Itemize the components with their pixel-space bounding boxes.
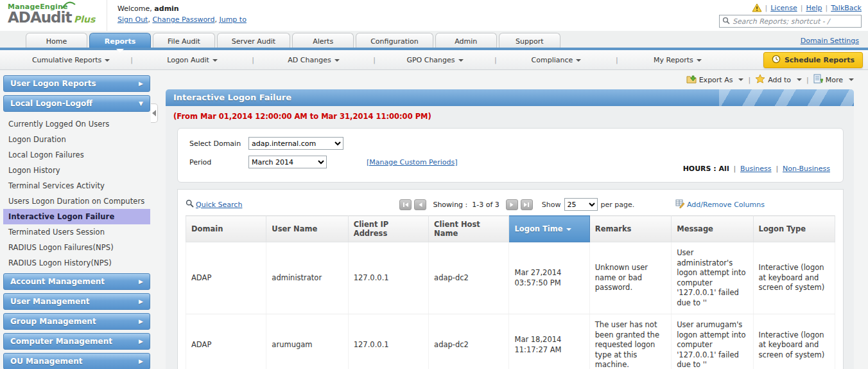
column-header-logon-time[interactable]: Logon Time — [509, 216, 589, 242]
sidebar-item-local-logon-failures[interactable]: Local Logon Failures — [3, 147, 150, 163]
tab-home[interactable]: Home — [26, 33, 87, 48]
sidebar-item-terminated-users-session[interactable]: Terminated Users Session — [3, 224, 150, 240]
separator: | — [806, 76, 809, 84]
subnav-gpo-changes[interactable]: GPO Changes — [376, 56, 494, 64]
jump-to-link[interactable]: Jump to — [219, 15, 246, 24]
welcome-label: Welcome, — [117, 4, 152, 13]
column-header-client-host-name[interactable]: Client Host Name — [429, 216, 509, 242]
first-page-button[interactable] — [399, 199, 412, 210]
sidebar-item-currently-logged-on-users[interactable]: Currently Logged On Users — [3, 116, 150, 132]
change-password-link[interactable]: Change Password — [152, 15, 214, 24]
column-header-client-ip-address[interactable]: Client IP Address — [348, 216, 428, 242]
chevron-down-icon — [334, 59, 340, 62]
subnav-cumulative-reports[interactable]: Cumulative Reports — [12, 56, 130, 64]
period-select[interactable]: March 2014 — [248, 156, 327, 168]
chevron-down-icon — [576, 59, 581, 62]
separator: | — [774, 165, 780, 173]
sidebar-item-logon-duration[interactable]: Logon Duration — [3, 132, 150, 147]
manage-custom-periods-link[interactable]: [Manage Custom Periods] — [367, 158, 457, 166]
tab-configuration[interactable]: Configuration — [356, 33, 433, 48]
sidebar-item-logon-history[interactable]: Logon History — [3, 163, 150, 178]
export-as-button[interactable]: Export As — [686, 74, 744, 86]
search-input[interactable] — [733, 17, 858, 26]
tab-server-audit[interactable]: Server Audit — [217, 33, 290, 48]
schedule-reports-button[interactable]: Schedule Reports — [763, 52, 863, 68]
domain-select[interactable]: adap.internal.com — [248, 137, 343, 150]
column-header-domain[interactable]: Domain — [186, 216, 266, 242]
sidebar-section-local-logon-logoff[interactable]: Local Logon-Logoff ▼ — [3, 95, 150, 112]
separator: , — [214, 15, 217, 24]
sidebar-section-user-management[interactable]: User Management ▶ — [3, 293, 150, 310]
clock-icon — [772, 55, 781, 66]
sidebar-section-ou-management[interactable]: OU Management ▶ — [3, 353, 150, 369]
sidebar-section-account-management[interactable]: Account Management ▶ — [3, 273, 150, 290]
section-label: Group Management — [10, 317, 96, 326]
export-as-label: Export As — [699, 76, 733, 84]
license-link[interactable]: License — [770, 4, 797, 12]
sidebar-item-users-logon-duration-on-computers[interactable]: Users Logon Duration on Computers — [3, 194, 150, 209]
subnav-logon-audit[interactable]: Logon Audit — [133, 56, 252, 64]
subnav-compliance[interactable]: Compliance — [497, 56, 616, 64]
hours-all-option[interactable]: All — [719, 165, 729, 173]
tab-label: Reports — [105, 37, 136, 46]
chevron-down-icon — [213, 59, 218, 62]
column-header-remarks[interactable]: Remarks — [589, 216, 671, 242]
subnav-ad-changes[interactable]: AD Changes — [254, 56, 373, 64]
more-button[interactable]: More — [813, 74, 854, 86]
sidebar-section-user-logon-reports[interactable]: User Logon Reports ▶ — [3, 75, 150, 92]
page-size-select[interactable]: 25 — [564, 198, 598, 211]
add-remove-columns-button[interactable]: Add/Remove Columns — [675, 199, 765, 210]
tab-admin[interactable]: Admin — [435, 33, 497, 48]
cell-remarks: Unknown user name or bad password. — [589, 242, 671, 314]
adaudit-plus-app: ManageEngine ADAudit Plus Welcome, admin… — [0, 0, 868, 369]
cell-user-name: administrator — [266, 242, 348, 314]
tab-file-audit[interactable]: File Audit — [153, 33, 215, 48]
session-links: Sign Out, Change Password, Jump to — [117, 15, 247, 24]
column-header-logon-type[interactable]: Logon Type — [753, 216, 835, 242]
quick-search-button[interactable]: Quick Search — [186, 199, 242, 210]
chevron-right-icon: ▶ — [139, 298, 143, 305]
warning-icon[interactable] — [752, 3, 762, 12]
sidebar-item-interactive-logon-failure[interactable]: Interactive Logon Failure — [3, 209, 150, 224]
hours-business-link[interactable]: Business — [740, 165, 772, 173]
separator: , — [148, 15, 150, 24]
subnav-my-reports[interactable]: My Reports — [618, 56, 737, 64]
previous-page-button[interactable] — [414, 199, 426, 210]
talkback-link[interactable]: TalkBack — [831, 4, 862, 12]
manageengine-adaudit-logo: ManageEngine ADAudit Plus — [0, 0, 101, 31]
cell-client-ip: 127.0.0.1 — [348, 314, 428, 369]
section-label: Account Management — [10, 277, 105, 286]
period-label: Period — [189, 158, 248, 166]
report-table-panel: Quick Search Showing : 1-3 of 3 — [177, 189, 844, 369]
chevron-right-icon: ▶ — [139, 338, 143, 345]
page-size-control: Show 25 per page. — [542, 198, 634, 211]
add-to-button[interactable]: Add to — [755, 74, 802, 86]
separator: | — [732, 165, 738, 173]
tab-reports[interactable]: Reports — [89, 33, 151, 48]
column-header-user-name[interactable]: User Name — [266, 216, 348, 242]
export-icon — [686, 74, 697, 86]
chevron-down-icon: ▼ — [139, 100, 143, 107]
chevron-down-icon — [797, 78, 802, 81]
sidebar-section-computer-management[interactable]: Computer Management ▶ — [3, 333, 150, 350]
sidebar-section-group-management[interactable]: Group Management ▶ — [3, 313, 150, 330]
filter-panel: Select Domain adap.internal.com Period M… — [177, 128, 844, 183]
last-page-button[interactable] — [521, 199, 533, 210]
sidebar-item-radius-logon-failures-nps[interactable]: RADIUS Logon Failures(NPS) — [3, 240, 150, 255]
subnav-label: Compliance — [532, 56, 573, 64]
subnav-label: My Reports — [654, 56, 693, 64]
sidebar-item-radius-logon-history-nps[interactable]: RADIUS Logon History(NPS) — [3, 255, 150, 271]
tab-support[interactable]: Support — [499, 33, 560, 48]
sign-out-link[interactable]: Sign Out — [117, 15, 148, 24]
add-to-label: Add to — [768, 76, 791, 84]
domain-settings-link[interactable]: Domain Settings — [801, 37, 859, 45]
tab-alerts[interactable]: Alerts — [292, 33, 354, 48]
column-header-message[interactable]: Message — [672, 216, 753, 242]
next-page-button[interactable] — [506, 199, 518, 210]
sidebar-item-terminal-services-activity[interactable]: Terminal Services Activity — [3, 178, 150, 194]
chevron-down-icon — [458, 59, 464, 62]
hours-non-business-link[interactable]: Non-Business — [783, 165, 830, 173]
cell-message: User arumugam's logon attempt into compu… — [672, 314, 753, 369]
chevron-right-icon: ▶ — [139, 278, 143, 285]
help-link[interactable]: Help — [806, 4, 822, 12]
